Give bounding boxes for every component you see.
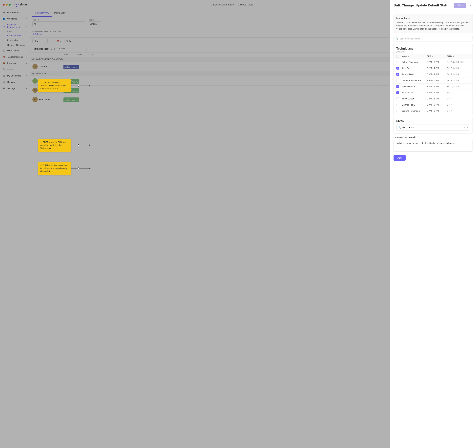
shift-clear-icon[interactable]: ✕ <box>463 126 465 129</box>
bulk-change-panel: Bulk Change: Update Default Shift Save ×… <box>390 0 476 448</box>
technicians-table-section: Technicians 10 Records Name ⇅ Shift <box>394 44 473 114</box>
tooltip-arrow-add <box>71 168 78 168</box>
row-checkbox[interactable] <box>396 61 399 63</box>
tooltip-box-add: 3. THIRD Click Add to add the technician… <box>38 162 71 175</box>
shift-dropdown-icon[interactable]: ▾ <box>467 126 468 129</box>
table-row: ✓ John Watson 8 AM - 4 PM Skill A <box>394 90 473 96</box>
tooltip-underline-second: 2. SECOND <box>40 82 51 84</box>
row-skills: Skill A, Skill B <box>447 79 470 82</box>
tooltip-box-shift: 1. FIRST select the Shift you would like… <box>38 139 71 152</box>
table-row: ✓ Jeremy Black 8 AM - 4 PM Skill A, Skil… <box>394 71 473 78</box>
tech-table-title: Technicians <box>396 47 470 50</box>
tooltip-line-add <box>79 168 89 168</box>
tooltip-dot-technicians <box>78 85 79 87</box>
comments-label: Comments (Optional) <box>394 136 473 139</box>
overlay: 2. SECOND select the Technicians you wou… <box>0 0 476 448</box>
th-shift: Shift ⇅ <box>427 55 447 57</box>
row-check <box>396 61 402 63</box>
skills-sort-icon[interactable]: ⇅ <box>453 55 454 57</box>
row-skills: Skill A <box>447 91 470 94</box>
tooltip-select-technicians: 2. SECOND select the Technicians you wou… <box>38 79 91 92</box>
row-name: Eleanor Pena <box>402 104 427 106</box>
tooltip-arrow-technicians <box>71 86 78 86</box>
tooltip-underline-third: 3. THIRD <box>40 164 49 167</box>
row-check: ✓ <box>396 85 402 88</box>
row-skills: Skill A, Skill B <box>447 85 470 88</box>
row-checkbox[interactable] <box>396 110 399 112</box>
row-shift: 8 AM - 4 PM <box>427 67 447 69</box>
table-row: Darlene Robertson 9 AM - 6 PM Skill A <box>394 108 473 114</box>
row-checkbox[interactable] <box>396 97 399 100</box>
row-skills: Skill A, Skill B <box>447 73 470 75</box>
panel-header: Bulk Change: Update Default Shift Save × <box>390 0 476 11</box>
tooltip-arrowhead-shift <box>89 144 91 146</box>
shift-search-input[interactable] <box>402 126 462 129</box>
shifts-title: Shifts <box>396 120 470 123</box>
tooltip-line-shift <box>79 145 89 145</box>
row-check <box>396 79 402 82</box>
row-skills: Skill A, Skill B, Skill <box>447 61 470 63</box>
shift-search-bar: 🔍 ✕ ▾ <box>396 124 470 131</box>
panel-search-bar: 🔍 <box>394 36 473 41</box>
th-name: Name ⇅ <box>402 55 427 57</box>
row-name: Kristin Watson <box>402 85 427 88</box>
shift-search-icon: 🔍 <box>398 126 401 129</box>
select-all-checkbox[interactable] <box>396 55 399 58</box>
row-check <box>396 104 402 106</box>
app-layout: ⊞ Dashboards 👥 Workforce ▾ ◈ CapacityMan… <box>0 0 476 448</box>
row-check: ✓ <box>396 67 402 70</box>
row-shift: 9 AM - 6 PM <box>427 79 447 82</box>
instructions-text: To bulk update the default shift, start … <box>396 21 470 31</box>
overlay-left: 2. SECOND select the Technicians you wou… <box>0 0 390 448</box>
table-row: Cameron Williamson 9 AM - 6 PM Skill A, … <box>394 78 473 84</box>
panel-title: Bulk Change: Update Default Shift <box>394 3 454 7</box>
panel-search-icon: 🔍 <box>396 38 398 40</box>
tooltip-box-technicians: 2. SECOND select the Technicians you wou… <box>38 79 71 92</box>
row-checkbox[interactable]: ✓ <box>396 85 399 88</box>
tooltip-arrowhead-technicians <box>89 85 91 87</box>
th-name-label: Name <box>402 55 407 57</box>
name-sort-icon[interactable]: ⇅ <box>408 55 409 57</box>
tooltip-line-technicians <box>79 86 89 86</box>
tech-table-count: 10 Records <box>396 51 470 53</box>
row-checkbox[interactable] <box>396 79 399 82</box>
instructions-box: Instructions To bulk update the default … <box>394 14 473 33</box>
row-checkbox[interactable]: ✓ <box>396 91 399 94</box>
comments-section: Comments (Optional) <box>394 136 473 152</box>
shifts-section: Shifts 🔍 ✕ ▾ <box>394 117 473 134</box>
instructions-title: Instructions <box>396 17 470 19</box>
panel-search-input[interactable] <box>400 38 470 40</box>
panel-body: Instructions To bulk update the default … <box>390 11 476 448</box>
save-button[interactable]: Save <box>454 3 466 8</box>
add-button[interactable]: Add <box>394 155 406 161</box>
row-shift: 9 AM - 6 PM <box>427 110 447 112</box>
row-check <box>396 97 402 100</box>
th-skills: Skills ⇅ <box>447 55 470 57</box>
row-skills: Skill A <box>447 110 470 112</box>
row-skills: Skill A <box>447 98 470 100</box>
table-row: ✓ Kristin Watson 8 AM - 4 PM Skill A, Sk… <box>394 84 473 90</box>
close-button[interactable]: × <box>468 3 473 8</box>
comments-textarea[interactable] <box>394 140 473 152</box>
row-skills: Skill A, Skill B <box>447 67 470 69</box>
row-checkbox[interactable]: ✓ <box>396 73 399 76</box>
tooltip-arrow-shift <box>71 145 78 145</box>
row-checkbox[interactable] <box>396 104 399 106</box>
tooltip-dot-add <box>78 168 79 169</box>
table-row: Jenny Wilson 9 AM - 6 PM Skill A <box>394 96 473 102</box>
table-row: Eleanor Pena 9 AM - 6 PM Skill A <box>394 102 473 108</box>
shift-sort-icon[interactable]: ⇅ <box>432 55 433 57</box>
th-check <box>396 55 402 58</box>
tooltip-dot-shift <box>78 144 79 146</box>
row-check <box>396 110 402 112</box>
tooltip-add: 3. THIRD Click Add to add the technician… <box>38 162 91 175</box>
row-name: Darlene Robertson <box>402 110 427 112</box>
row-skills: Skill A <box>447 104 470 106</box>
tooltip-arrowhead-add <box>89 168 91 169</box>
row-shift: 8 AM - 4 PM <box>427 91 447 94</box>
tooltip-select-shift: 1. FIRST select the Shift you would like… <box>38 139 91 152</box>
row-checkbox[interactable]: ✓ <box>396 67 399 70</box>
th-skills-label: Skills <box>447 55 452 57</box>
row-shift: 8 AM - 4 PM <box>427 85 447 88</box>
table-row: Robert Simmons 9 AM - 6 PM Skill A, Skil… <box>394 59 473 65</box>
